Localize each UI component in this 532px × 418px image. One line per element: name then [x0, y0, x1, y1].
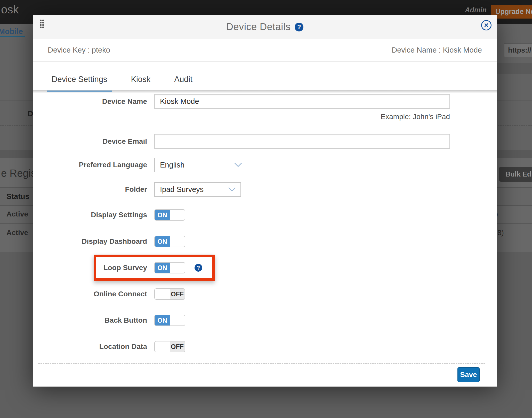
device-key-text: Device Key : pteko	[48, 46, 110, 54]
device-email-label: Device Email	[33, 137, 147, 146]
online-connect-toggle[interactable]: OFF	[154, 288, 185, 300]
close-icon[interactable]: ✕	[481, 20, 491, 30]
location-data-toggle[interactable]: OFF	[154, 341, 185, 352]
upgrade-now-button[interactable]: Upgrade Now	[491, 5, 532, 19]
display-settings-label: Display Settings	[33, 211, 147, 219]
location-data-label: Location Data	[33, 342, 147, 351]
admin-link[interactable]: Admin	[465, 6, 487, 14]
preferred-language-select[interactable]: English	[154, 158, 247, 172]
preferred-language-label: Preferred Language	[33, 161, 147, 169]
save-button[interactable]: Save	[457, 367, 480, 382]
device-name-text: Device Name : Kiosk Mode	[392, 46, 482, 54]
back-button-label: Back Button	[33, 316, 147, 324]
loop-survey-label: Loop Survey	[33, 264, 147, 272]
toggle-on-text: ON	[155, 236, 170, 247]
toggle-off-text: OFF	[170, 341, 185, 352]
loop-survey-toggle[interactable]: ON	[154, 262, 185, 273]
device-name-hint: Example: John's iPad	[154, 113, 450, 121]
device-key-row: Device Key : pteko Device Name : Kiosk M…	[33, 39, 497, 62]
toggle-on-text: ON	[155, 315, 170, 325]
device-name-input[interactable]	[154, 94, 450, 109]
tab-kiosk[interactable]: Kiosk	[126, 75, 155, 92]
modal-tabs: Device Settings Kiosk Audit	[47, 62, 197, 92]
folder-select[interactable]: Ipad Surveys	[154, 182, 241, 197]
toggle-on-text: ON	[155, 210, 170, 220]
preferred-language-value: English	[160, 161, 184, 169]
display-settings-toggle[interactable]: ON	[154, 209, 185, 221]
tab-bar-shadow	[33, 90, 497, 93]
toggle-off-text: OFF	[170, 289, 185, 299]
bulk-edit-button[interactable]: Bulk Edit	[499, 167, 532, 182]
app-logo: osk	[1, 3, 19, 16]
device-email-input[interactable]	[154, 134, 450, 149]
loop-survey-help-icon[interactable]: ?	[195, 264, 202, 272]
background-partial-label: D	[28, 109, 33, 118]
toggle-on-text: ON	[155, 263, 170, 273]
footer-divider	[38, 363, 485, 364]
url-input[interactable]: https://	[504, 43, 532, 57]
row-fragment: 8)	[497, 229, 504, 237]
tab-mobile[interactable]: Mobile	[0, 27, 23, 36]
status-cell: Active	[6, 229, 28, 237]
device-name-label: Device Name	[33, 97, 147, 106]
device-details-modal: Device Details ? ✕ Device Key : pteko De…	[33, 15, 497, 387]
help-icon[interactable]: ?	[295, 23, 303, 31]
tab-mobile-underline	[0, 36, 25, 37]
display-dashboard-toggle[interactable]: ON	[154, 236, 185, 247]
status-cell: Active	[6, 210, 28, 218]
online-connect-label: Online Connect	[33, 290, 147, 298]
chevron-down-icon	[234, 163, 242, 167]
folder-value: Ipad Surveys	[160, 185, 204, 194]
folder-label: Folder	[33, 185, 147, 194]
back-button-toggle[interactable]: ON	[154, 315, 185, 326]
display-dashboard-label: Display Dashboard	[33, 237, 147, 246]
tab-audit[interactable]: Audit	[170, 75, 197, 92]
modal-title: Device Details	[226, 21, 291, 32]
chevron-down-icon	[228, 187, 236, 192]
modal-header: Device Details ? ✕	[33, 15, 497, 39]
status-column-header: Status	[6, 188, 29, 205]
tab-device-settings[interactable]: Device Settings	[47, 75, 112, 92]
